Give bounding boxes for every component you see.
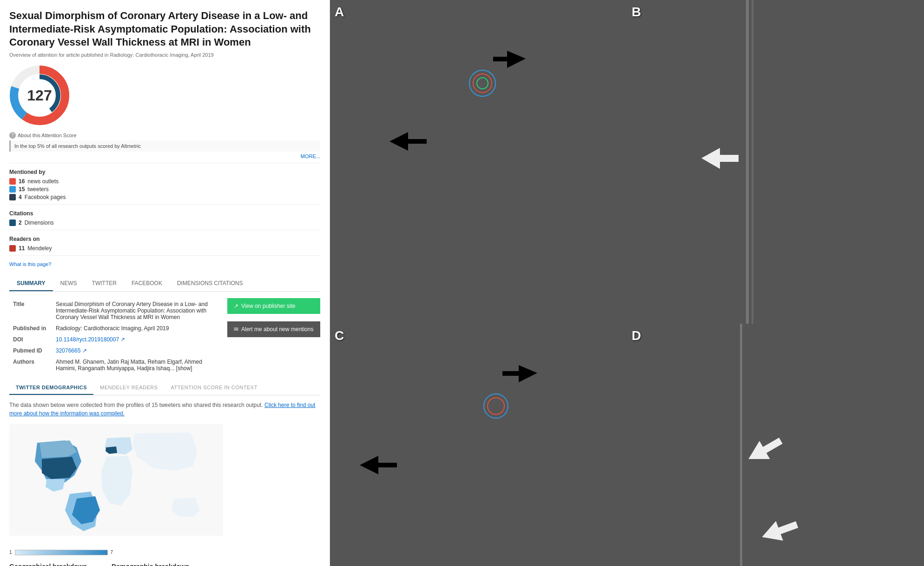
svg-marker-16 [761,518,798,544]
question-icon: ? [9,132,16,139]
tab-twitter[interactable]: Twitter [85,276,124,291]
score-value: 127 [27,87,52,104]
world-map [9,424,223,545]
mention-label: Facebook pages [25,194,66,200]
svg-marker-5 [389,132,427,151]
title-label: Title [10,299,52,322]
external-link-icon: ↗ [234,303,238,309]
svg-marker-11 [360,456,397,474]
reader-count: 11 [19,245,25,252]
sub-tab-mendeley[interactable]: MENDELEY READERS [93,381,165,395]
citation-label: Dimensions [25,220,54,226]
reader-items: 11 Mendeley [9,245,320,252]
summary-right: ↗ View on publisher site ✉ Alert me abou… [227,298,320,381]
pubmed-value[interactable]: 32076665 ↗ [53,346,220,356]
mention-dot [9,178,16,185]
envelope-icon: ✉ [234,326,238,333]
quadrant-c-label: C [335,328,344,343]
quadrant-d: D [627,324,924,566]
mentioned-by-label: Mentioned by [9,169,320,175]
citation-count: 2 [19,220,22,226]
tab-dimensions[interactable]: Dimensions citations [170,276,251,291]
svg-marker-10 [701,148,739,169]
authors-label: Authors [10,357,52,373]
citation-item: 2 Dimensions [9,220,320,226]
tab-facebook[interactable]: Facebook [124,276,170,291]
tab-summary[interactable]: SUMMARY [9,276,53,291]
mention-count: 15 [19,186,25,193]
attention-score-label: ? About this Attention Score [9,132,320,139]
donut-chart: 127 [9,65,70,126]
sub-tab-context[interactable]: ATTENTION SCORE IN CONTEXT [165,381,264,395]
svg-point-13 [488,398,504,414]
mention-item: 4 Facebook pages [9,194,320,200]
citation-dot [9,220,16,226]
citations-label: Citations [9,210,320,217]
summary-table: Title Sexual Dimorphism of Coronary Arte… [9,298,221,374]
page-title: Sexual Dimorphism of Coronary Artery Dis… [9,9,320,49]
demo-breakdown: Demographic breakdown Type Count As % Me… [112,563,270,566]
svg-marker-9 [493,51,526,68]
sub-tab-twitter[interactable]: TWITTER DEMOGRAPHICS [9,381,93,395]
mention-item: 15 tweeters [9,186,320,193]
demo-breakdown-title: Demographic breakdown [112,563,270,566]
readers-on-label: Readers on [9,236,320,242]
quadrant-c: C [330,324,627,566]
doi-label: DOI [10,334,52,345]
pubmed-label: Pubmed ID [10,346,52,356]
geo-breakdown-title: Geographical breakdown [9,563,98,566]
sub-tabs: TWITTER DEMOGRAPHICS MENDELEY READERS AT… [9,381,320,395]
mention-count: 4 [19,194,22,200]
publisher-button[interactable]: ↗ View on publisher site [227,298,320,314]
reader-label: Mendeley [27,245,52,252]
tab-news[interactable]: News [53,276,85,291]
scale-max: 7 [111,550,113,555]
reader-item: 11 Mendeley [9,245,320,252]
mri-panel: A B C [330,0,924,566]
mention-label: news outlets [27,178,59,185]
page-subtitle: Overview of attention for article publis… [9,52,320,58]
authors-value: Ahmed M. Ghanem, Jatin Raj Matta, Reham … [53,357,220,373]
citation-items: 2 Dimensions [9,220,320,226]
published-label: Published in [10,323,52,333]
more-link[interactable]: MORE... [9,153,320,159]
scale-bar: 1 7 [9,550,320,555]
quadrant-b-label: B [632,5,641,20]
tabs-bar: SUMMARY News Twitter Facebook Dimensions… [9,276,320,292]
mention-dot [9,186,16,193]
doi-value[interactable]: 10.1148/ryct.2019180007 ↗ [53,334,220,345]
quadrant-a: A [330,0,627,324]
svg-point-7 [473,74,492,93]
scale-gradient [15,550,108,555]
quadrant-b: B [627,0,924,324]
svg-marker-15 [746,437,783,463]
summary-content: Title Sexual Dimorphism of Coronary Arte… [9,298,320,381]
what-is-link[interactable]: What is this page? [9,261,320,267]
attention-info-box: In the top 5% of all research outputs sc… [9,140,320,152]
scale-min: 1 [9,550,12,555]
geo-breakdown: Geographical breakdown Country Count As … [9,563,98,566]
score-section: 127 [9,65,320,126]
reader-dot [9,245,16,252]
quadrant-d-label: D [632,328,641,343]
mention-dot [9,194,16,200]
title-value: Sexual Dimorphism of Coronary Artery Dis… [53,299,220,322]
svg-point-8 [477,78,488,89]
demo-info: The data shown below were collected from… [9,401,320,418]
alert-button[interactable]: ✉ Alert me about new mentions [227,321,320,337]
mention-count: 16 [19,178,25,185]
breakdown-section: Geographical breakdown Country Count As … [9,563,320,566]
published-value: Radiology: Cardiothoracic Imaging, April… [53,323,220,333]
mention-item: 16 news outlets [9,178,320,185]
mention-label: tweeters [27,186,48,193]
mention-items: 16 news outlets 15 tweeters 4 Facebook p… [9,178,320,200]
svg-marker-14 [502,365,537,382]
quadrant-a-label: A [335,5,344,20]
